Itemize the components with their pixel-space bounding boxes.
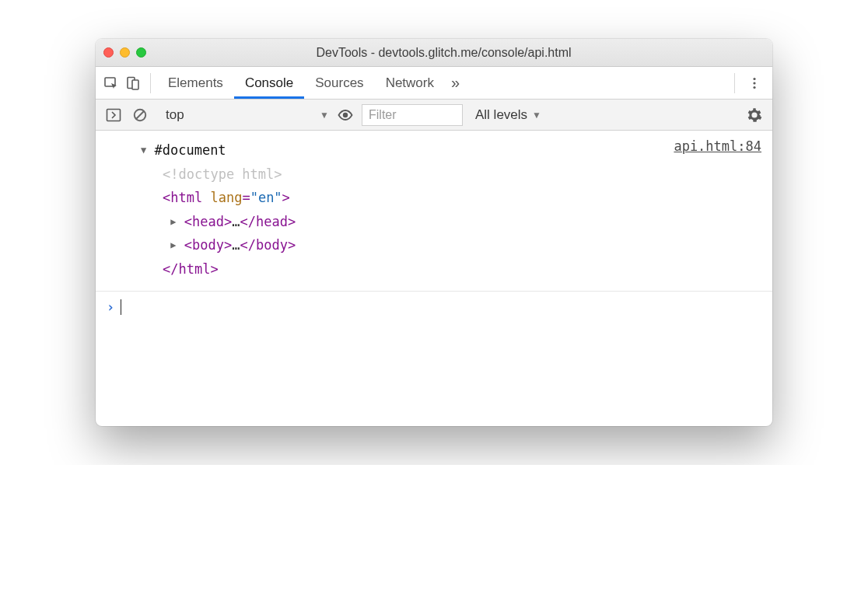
svg-point-3 [753,77,755,79]
source-link[interactable]: api.html:84 [674,138,761,154]
expand-triangle-icon[interactable]: ▼ [141,145,146,155]
execution-context-selector[interactable]: top ▼ [166,107,329,123]
panel-tabs: Elements Console Sources Network » [96,67,772,100]
console-toolbar: top ▼ All levels ▼ [96,100,772,131]
document-node[interactable]: #document [154,142,226,158]
doctype-node: <!doctype html> [107,162,674,187]
context-label: top [166,107,184,123]
tab-network[interactable]: Network [375,67,445,99]
svg-point-9 [343,112,348,117]
window-title: DevTools - devtools.glitch.me/console/ap… [123,46,765,60]
console-message: ▼ #document <!doctype html> <html lang="… [96,131,772,292]
log-levels-selector[interactable]: All levels ▼ [475,107,541,123]
device-toolbar-icon[interactable] [122,72,144,94]
head-node[interactable]: ▶ <head>…</head> [107,210,674,234]
html-close-node: </html> [107,257,674,281]
separator [734,73,735,93]
dropdown-triangle-icon: ▼ [320,110,329,121]
close-window-button[interactable] [103,47,114,58]
expand-triangle-icon[interactable]: ▶ [170,239,176,250]
svg-rect-2 [132,80,138,89]
tab-console[interactable]: Console [234,67,304,99]
prompt-chevron-icon: › [107,299,114,315]
toggle-sidebar-icon[interactable] [103,105,124,125]
html-open-node[interactable]: <html lang="en"> [107,186,674,210]
dom-tree[interactable]: ▼ #document <!doctype html> <html lang="… [107,138,674,281]
titlebar: DevTools - devtools.glitch.me/console/ap… [96,39,772,67]
separator [150,73,151,93]
devtools-window: DevTools - devtools.glitch.me/console/ap… [96,39,772,426]
tab-sources[interactable]: Sources [304,67,374,99]
tabs-overflow-button[interactable]: » [445,67,466,99]
filter-input[interactable] [362,104,463,126]
svg-line-8 [136,111,144,119]
live-expression-icon[interactable] [335,105,355,125]
svg-rect-6 [107,109,121,121]
dropdown-triangle-icon: ▼ [532,110,541,121]
more-options-icon[interactable] [741,76,768,90]
inspect-element-icon[interactable] [100,72,122,94]
svg-point-5 [753,86,755,88]
expand-triangle-icon[interactable]: ▶ [170,216,176,227]
svg-point-4 [753,82,755,84]
text-cursor [121,299,121,315]
console-prompt[interactable]: › [96,292,772,323]
console-settings-icon[interactable] [744,105,765,125]
clear-console-icon[interactable] [130,105,150,125]
tab-elements[interactable]: Elements [157,67,234,99]
console-output: ▼ #document <!doctype html> <html lang="… [96,131,772,426]
levels-label: All levels [475,107,527,123]
body-node[interactable]: ▶ <body>…</body> [107,233,674,257]
